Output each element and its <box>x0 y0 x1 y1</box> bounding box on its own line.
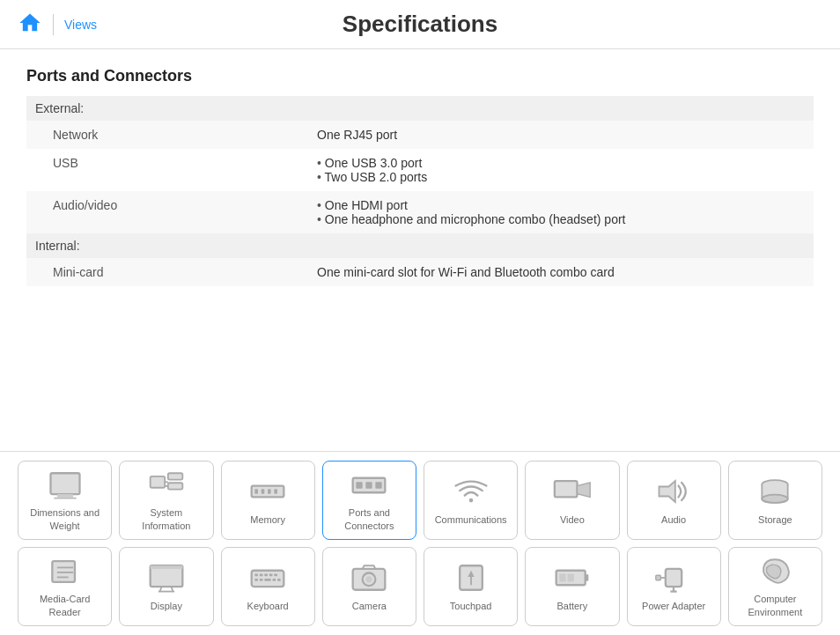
nav-divider <box>53 14 54 35</box>
spec-value: One mini-card slot for Wi-Fi and Bluetoo… <box>291 258 814 286</box>
page-title: Specifications <box>343 11 497 38</box>
spec-name: Mini-card <box>26 258 291 286</box>
spec-value: One RJ45 port <box>291 121 814 149</box>
spec-name: USB <box>26 149 291 191</box>
table-row: Mini-cardOne mini-card slot for Wi-Fi an… <box>26 258 814 286</box>
section-title: Ports and Connectors <box>26 67 814 85</box>
nav-area: Views <box>18 11 97 38</box>
header: Views Specifications <box>0 0 840 49</box>
spec-name: Audio/video <box>26 191 291 233</box>
main-content: Ports and Connectors External:NetworkOne… <box>0 49 840 304</box>
table-row: NetworkOne RJ45 port <box>26 121 814 149</box>
spec-name: Network <box>26 121 291 149</box>
spec-value: One USB 3.0 portTwo USB 2.0 ports <box>291 149 814 191</box>
views-link[interactable]: Views <box>64 18 97 32</box>
table-row: Audio/videoOne HDMI portOne headphone an… <box>26 191 814 233</box>
spec-value: One HDMI portOne headphone and microphon… <box>291 191 814 233</box>
spec-table: External:NetworkOne RJ45 portUSBOne USB … <box>26 96 814 286</box>
group-header-row: Internal: <box>26 233 814 258</box>
home-icon[interactable] <box>18 11 42 38</box>
table-row: USBOne USB 3.0 portTwo USB 2.0 ports <box>26 149 814 191</box>
group-header-row: External: <box>26 96 814 121</box>
